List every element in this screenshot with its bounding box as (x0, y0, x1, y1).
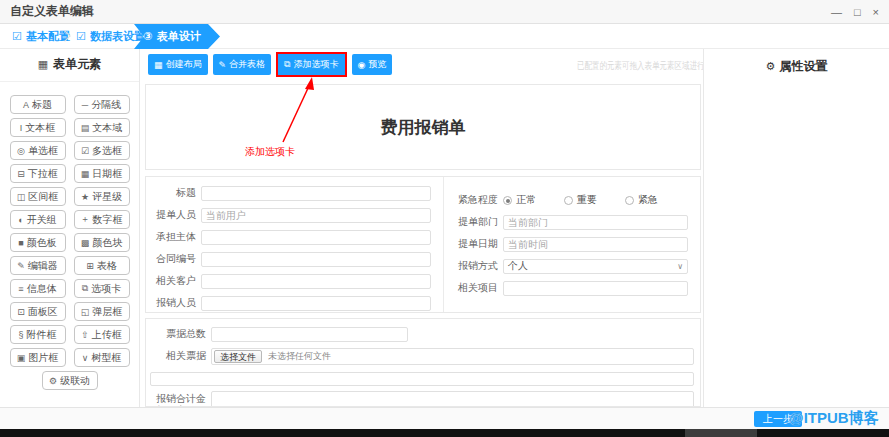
submitter-field[interactable] (201, 208, 431, 223)
file-input-box: 选择文件 未选择任何文件 (211, 348, 694, 365)
palette-item-image[interactable]: ▣图片框 (10, 348, 66, 367)
window-title: 自定义表单编辑 (10, 3, 94, 20)
form-title-box[interactable]: 费用报销单 (145, 84, 701, 170)
palette-item-label: 选项卡 (91, 282, 121, 296)
palette-item-color-palette[interactable]: ■颜色板 (10, 233, 66, 252)
maximize-icon[interactable]: □ (854, 0, 861, 24)
bottom-dark-strip (0, 429, 889, 437)
department-field[interactable] (503, 215, 688, 230)
method-select-value: 个人 (508, 259, 528, 273)
palette-item-attachment[interactable]: §附件框 (10, 325, 66, 344)
palette-item-label: 附件框 (27, 328, 57, 342)
palette-item-numberbox[interactable]: ＋数字框 (74, 210, 130, 229)
lines-icon: ≡ (18, 284, 23, 294)
title-field[interactable] (201, 186, 431, 201)
palette-item-star-rating[interactable]: ★评星级 (74, 187, 130, 206)
palette-item-editor[interactable]: ✎编辑器 (10, 256, 66, 275)
radio-urgent[interactable]: 紧急 (625, 193, 658, 207)
window-controls: — □ × (831, 0, 879, 24)
field-label: 相关项目 (452, 281, 498, 295)
palette-item-popup[interactable]: ◱弹层框 (74, 302, 130, 321)
field-label: 标题 (146, 186, 196, 200)
field-row-submitter: 提单人员 (146, 204, 431, 226)
field-label: 相关客户 (146, 274, 196, 288)
palette-item-table[interactable]: ⊞表格 (74, 256, 130, 275)
text-title-icon: A (23, 100, 29, 110)
total-amount-field[interactable] (211, 391, 694, 407)
palette-item-radio[interactable]: ◎单选框 (10, 141, 66, 160)
color-palette-icon: ■ (18, 238, 23, 248)
palette-item-label: 多选框 (92, 144, 122, 158)
palette-item-panel[interactable]: ⊡面板区 (10, 302, 66, 321)
method-select[interactable]: 个人 ∨ (503, 259, 688, 274)
palette-item-cascade[interactable]: ⚙级联动 (42, 371, 98, 390)
palette-item-label: 上传框 (92, 328, 122, 342)
radio-important[interactable]: 重要 (564, 193, 597, 207)
element-palette: A标题 ─分隔线 I文本框 ▤文本域 ◎单选框 ☑多选框 ⊟下拉框 ▦日期框 ◫… (0, 82, 139, 390)
form-title: 费用报销单 (381, 116, 466, 139)
contract-no-field[interactable] (201, 252, 431, 267)
palette-item-label: 信息体 (27, 282, 57, 296)
bill-count-field[interactable] (211, 327, 408, 342)
palette-item-divider[interactable]: ─分隔线 (74, 95, 130, 114)
reimburser-field[interactable] (201, 296, 431, 311)
palette-item-label: 颜色块 (92, 236, 122, 250)
palette-item-checkbox[interactable]: ☑多选框 (74, 141, 130, 160)
extra-wide-field[interactable] (150, 372, 694, 386)
palette-item-textbox[interactable]: I文本框 (10, 118, 66, 137)
palette-item-datebox[interactable]: ▦日期框 (74, 164, 130, 183)
field-row-department: 提单部门 (452, 211, 688, 233)
properties-panel: ⚙ 属性设置 (703, 49, 889, 407)
field-row-bearer: 承担主体 (146, 226, 431, 248)
palette-item-color-block[interactable]: ▩颜色块 (74, 233, 130, 252)
tab-datatable-settings[interactable]: ☑ 数据表设置 (76, 24, 145, 49)
field-row-urgency: 紧急程度 正常 重要 紧急 (452, 189, 688, 211)
palette-item-label: 下拉框 (28, 167, 58, 181)
switch-icon: ◐ (18, 215, 23, 225)
add-tab-label: 添加选项卡 (294, 58, 339, 71)
field-label: 紧急程度 (452, 193, 498, 207)
window-titlebar: 自定义表单编辑 — □ × (0, 0, 889, 24)
minimize-icon[interactable]: — (831, 0, 842, 24)
palette-item-title[interactable]: A标题 (10, 95, 66, 114)
palette-item-switch-group[interactable]: ◐开关组 (10, 210, 66, 229)
range-icon: ◫ (17, 192, 26, 202)
tree-icon: ∨ (82, 353, 89, 363)
date-field[interactable] (503, 237, 688, 252)
add-tab-button[interactable]: ⧉ 添加选项卡 (278, 54, 344, 75)
palette-item-upload[interactable]: ⇧上传框 (74, 325, 130, 344)
palette-item-label: 文本框 (25, 121, 55, 135)
radio-normal[interactable]: 正常 (503, 193, 536, 207)
dropdown-icon: ⊟ (17, 169, 25, 179)
palette-item-tabcard[interactable]: ⧉选项卡 (74, 279, 130, 298)
close-icon[interactable]: × (873, 0, 879, 24)
preview-button[interactable]: ◉ 预览 (352, 54, 393, 75)
gear-icon: ⚙ (49, 376, 57, 386)
radio-label: 重要 (577, 193, 597, 207)
panel-icon: ⊡ (17, 307, 25, 317)
properties-header[interactable]: ⚙ 属性设置 (704, 58, 889, 75)
create-layout-button[interactable]: ▦ 创建布局 (148, 54, 208, 75)
palette-item-tree[interactable]: ∨树型框 (74, 348, 130, 367)
tab-form-design-active[interactable]: ③ 表单设计 (134, 24, 220, 49)
fields-left-column: 标题 提单人员 承担主体 合同编号 相关客户 报销人员 (146, 177, 444, 312)
project-field[interactable] (503, 281, 688, 296)
palette-item-label: 表格 (97, 259, 117, 273)
merge-table-button[interactable]: ✎ 合并表格 (213, 54, 272, 75)
field-label: 合同编号 (146, 252, 196, 266)
wrench-icon: ✎ (219, 60, 227, 70)
fields-right-column: 紧急程度 正常 重要 紧急 提单部门 (444, 177, 700, 312)
palette-item-rangebox[interactable]: ◫区间框 (10, 187, 66, 206)
radio-icon (564, 196, 573, 205)
choose-file-button[interactable]: 选择文件 (214, 350, 262, 363)
palette-item-infobody[interactable]: ≡信息体 (10, 279, 66, 298)
palette-item-dropdown[interactable]: ⊟下拉框 (10, 164, 66, 183)
form-elements-sidebar: ▦ 表单元素 A标题 ─分隔线 I文本框 ▤文本域 ◎单选框 ☑多选框 ⊟下拉框… (0, 49, 140, 407)
palette-item-label: 级联动 (60, 374, 90, 388)
bearer-field[interactable] (201, 230, 431, 245)
field-label: 承担主体 (146, 230, 196, 244)
field-label: 相关票据 (156, 349, 206, 363)
palette-item-textarea[interactable]: ▤文本域 (74, 118, 130, 137)
customer-field[interactable] (201, 274, 431, 289)
footer-bar: 上一步 @ITPUB博客 (0, 407, 889, 429)
